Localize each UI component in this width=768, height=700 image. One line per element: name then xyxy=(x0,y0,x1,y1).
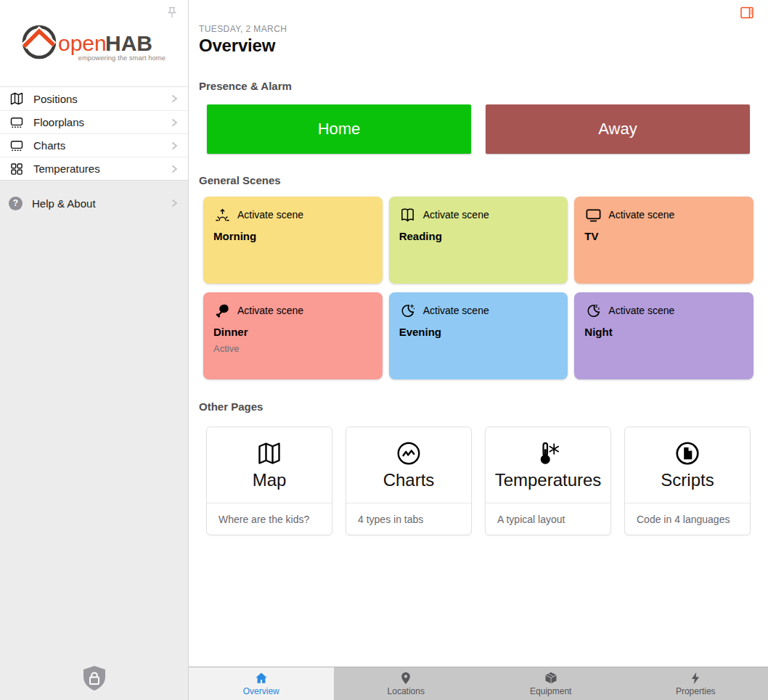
scene-action-label: Activate scene xyxy=(608,209,674,221)
help-about-label: Help & About xyxy=(32,197,169,210)
scene-card-tv[interactable]: Activate scene TV xyxy=(574,197,753,284)
scene-action-label: Activate scene xyxy=(608,305,674,316)
security-status[interactable] xyxy=(0,665,188,691)
openhab-logo: open HAB empowering the smart home xyxy=(20,17,168,68)
tab-locations[interactable]: Locations xyxy=(334,667,479,700)
sidebar-item-label: Temperatures xyxy=(33,162,169,175)
scene-action-label: Activate scene xyxy=(237,305,303,316)
moon-zzz-icon: z z xyxy=(584,302,602,319)
section-title: Other Pages xyxy=(199,400,758,413)
script-doc-icon xyxy=(674,440,700,466)
tab-overview[interactable]: Overview xyxy=(189,667,334,700)
scene-card-evening[interactable]: Activate scene Evening xyxy=(389,292,568,379)
projection-screen-icon xyxy=(9,115,25,131)
sidebar: open HAB empowering the smart home Posit… xyxy=(0,0,189,700)
right-panel-toggle-icon[interactable] xyxy=(740,7,753,19)
section-title: Presence & Alarm xyxy=(199,80,758,93)
sidebar-menu: Positions Floorplans xyxy=(0,86,188,181)
page-card-title: Scripts xyxy=(661,470,714,490)
logo-word-hab: HAB xyxy=(105,31,152,55)
location-pin-icon xyxy=(399,671,413,685)
sidebar-item-positions[interactable]: Positions xyxy=(0,87,188,110)
page-card-charts[interactable]: Charts 4 types in tabs xyxy=(346,427,472,535)
chevron-right-icon xyxy=(169,118,179,128)
page-card-subtitle: 4 types in tabs xyxy=(346,503,471,535)
shield-lock-icon xyxy=(82,665,107,691)
chevron-right-icon xyxy=(169,141,179,151)
scene-title: Morning xyxy=(213,230,372,242)
scene-title: TV xyxy=(584,230,743,242)
sidebar-item-charts[interactable]: Charts xyxy=(0,133,188,157)
page-card-title: Temperatures xyxy=(495,470,602,490)
home-button[interactable]: Home xyxy=(207,104,471,154)
section-title: General Scenes xyxy=(199,174,758,187)
sidebar-item-label: Positions xyxy=(33,93,169,105)
question-mark-icon: ? xyxy=(9,197,23,210)
home-icon xyxy=(254,671,269,685)
scene-card-reading[interactable]: Activate scene Reading xyxy=(389,197,568,284)
scene-title: Night xyxy=(584,326,743,338)
scene-card-dinner[interactable]: Activate scene Dinner Active xyxy=(203,292,383,379)
sunrise-icon xyxy=(213,206,231,223)
scene-action-label: Activate scene xyxy=(237,209,303,221)
svg-text:z: z xyxy=(597,305,600,310)
scene-card-night[interactable]: z z Activate scene Night xyxy=(574,292,753,379)
map-icon xyxy=(256,440,282,466)
sidebar-item-help-about[interactable]: ? Help & About xyxy=(0,192,188,215)
chevron-right-icon xyxy=(169,94,179,104)
tab-label: Locations xyxy=(388,686,425,696)
away-button[interactable]: Away xyxy=(486,104,750,154)
page-card-subtitle: A typical layout xyxy=(486,503,610,535)
chevron-right-icon xyxy=(169,164,179,174)
bolt-icon xyxy=(688,671,703,685)
page-title: Overview xyxy=(199,36,758,56)
scene-title: Dinner xyxy=(213,326,372,338)
date-label: TUESDAY, 2 MARCH xyxy=(199,24,758,34)
tab-properties[interactable]: Properties xyxy=(624,667,768,700)
overview-page: TUESDAY, 2 MARCH Overview Presence & Ala… xyxy=(189,24,768,579)
general-scenes-section: General Scenes Activate scene xyxy=(189,174,768,379)
presence-alarm-section: Presence & Alarm Home Away xyxy=(189,80,768,154)
tab-label: Equipment xyxy=(530,686,571,696)
scene-title: Evening xyxy=(399,326,558,338)
page-card-subtitle: Where are the kids? xyxy=(207,503,332,535)
scene-title: Reading xyxy=(399,230,558,242)
sidebar-item-floorplans[interactable]: Floorplans xyxy=(0,110,188,133)
map-icon xyxy=(9,91,25,107)
scene-status-badge: Active xyxy=(213,343,372,354)
chevron-right-icon xyxy=(169,198,179,208)
sidebar-item-label: Charts xyxy=(33,139,169,152)
tv-icon xyxy=(584,206,602,223)
book-icon xyxy=(399,206,417,223)
page-card-title: Charts xyxy=(383,470,435,490)
package-icon xyxy=(544,671,558,685)
main-content: TUESDAY, 2 MARCH Overview Presence & Ala… xyxy=(189,0,768,700)
chart-circle-icon xyxy=(396,440,422,466)
other-pages-section: Other Pages Map Where are the kids? xyxy=(189,400,768,535)
page-card-title: Map xyxy=(253,470,287,490)
page-card-map[interactable]: Map Where are the kids? xyxy=(206,427,332,535)
scene-card-morning[interactable]: Activate scene Morning xyxy=(203,197,383,284)
moon-star-icon xyxy=(399,302,417,319)
app-window: open HAB empowering the smart home Posit… xyxy=(0,0,768,700)
drumstick-icon xyxy=(213,302,231,319)
tab-label: Properties xyxy=(676,686,716,696)
projection-screen-icon xyxy=(9,138,25,154)
bottom-tab-bar: Overview Locations Equipment xyxy=(189,667,768,700)
thermometer-snowflake-icon xyxy=(535,440,561,466)
scene-action-label: Activate scene xyxy=(423,305,489,316)
page-card-scripts[interactable]: Scripts Code in 4 languages xyxy=(624,427,751,535)
page-card-temperatures[interactable]: Temperatures A typical layout xyxy=(485,427,611,535)
tab-label: Overview xyxy=(243,686,279,696)
sidebar-item-temperatures[interactable]: Temperatures xyxy=(0,157,188,180)
sidebar-logo-area: open HAB empowering the smart home xyxy=(0,0,188,86)
page-card-subtitle: Code in 4 languages xyxy=(625,503,750,535)
sidebar-item-label: Floorplans xyxy=(33,116,169,128)
logo-tagline: empowering the smart home xyxy=(78,54,166,62)
logo-word-open: open xyxy=(58,31,107,55)
grid-icon xyxy=(9,161,25,177)
tab-equipment[interactable]: Equipment xyxy=(478,667,624,700)
scene-action-label: Activate scene xyxy=(423,209,489,221)
